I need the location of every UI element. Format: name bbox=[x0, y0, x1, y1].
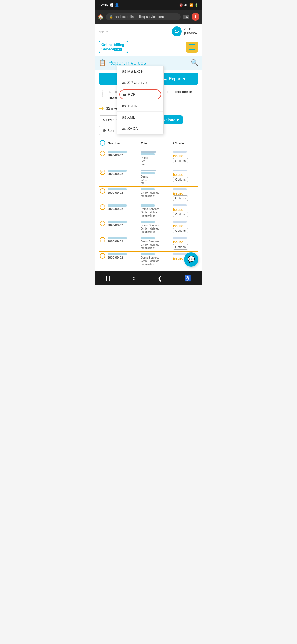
status-image-icon: 🖼 bbox=[109, 3, 113, 7]
row-select-radio[interactable] bbox=[100, 188, 105, 194]
status-person-icon: 👤 bbox=[115, 3, 119, 7]
dropdown-item-excel[interactable]: as MS Excel bbox=[117, 66, 163, 77]
options-button[interactable]: Options bbox=[173, 244, 188, 250]
invoice-state-cell: issuedOptions bbox=[172, 168, 198, 187]
app-by-text: app by bbox=[99, 30, 108, 33]
invoice-client-cell: Demo ServicesGmbH (deletedmeantwhile] bbox=[140, 219, 172, 235]
invoice-number-cell: 2020-09-02 bbox=[106, 252, 140, 268]
table-header-number: Number bbox=[106, 138, 140, 149]
browser-upload-button[interactable]: ⬆ bbox=[192, 13, 199, 21]
invoice-client-cell: DemoGm...me... bbox=[140, 168, 172, 187]
status-badge: issued bbox=[173, 256, 183, 260]
browser-home-button[interactable]: 🏠 bbox=[98, 14, 104, 20]
page-title: Report invoices bbox=[108, 60, 146, 66]
dropdown-item-saga[interactable]: as SAGA bbox=[117, 123, 163, 134]
table-row: 2020-09-02Demo ServicesGmbH (deletedmean… bbox=[99, 203, 198, 219]
status-signal-icon: 📶 bbox=[189, 3, 193, 7]
status-mute-icon: 🔇 bbox=[179, 3, 183, 7]
invoice-state-cell: issuedOptions bbox=[172, 187, 198, 203]
options-button[interactable]: Options bbox=[173, 228, 188, 233]
menu-line-2 bbox=[189, 47, 195, 47]
row-select-radio[interactable] bbox=[100, 253, 105, 259]
invoice-client-cell: Demo ServicesGmbH (deletedmeantwhile] bbox=[140, 252, 172, 268]
app-header: app by ⏻ John [sandbox] bbox=[95, 24, 202, 39]
status-badge: issued bbox=[173, 208, 183, 212]
browser-tab-count[interactable]: 66 bbox=[183, 15, 189, 19]
row-select-radio[interactable] bbox=[100, 237, 105, 242]
table-row: 2020-09-02DemoGm...me...issuedOptions bbox=[99, 149, 198, 168]
invoice-number-cell: 2020-09-02 bbox=[106, 235, 140, 252]
user-name: John [sandbox] bbox=[184, 27, 198, 36]
send-label: Send bbox=[107, 129, 116, 133]
lock-icon: 🔒 bbox=[109, 15, 113, 19]
chat-fab-button[interactable]: 💬 bbox=[184, 252, 198, 267]
dropdown-item-json[interactable]: as JSON bbox=[117, 100, 163, 112]
at-icon: @ bbox=[102, 129, 106, 133]
status-badge: issued bbox=[173, 154, 183, 158]
download-chevron-icon: ▾ bbox=[177, 118, 179, 122]
browser-url-text: andbox.online-billing-service.com bbox=[115, 15, 164, 19]
user-info: ⏻ John [sandbox] bbox=[172, 26, 198, 36]
site-logo: Online-billing- Service.com bbox=[99, 41, 128, 53]
row-select-radio[interactable] bbox=[100, 170, 105, 175]
table-header-client: Clie... bbox=[140, 138, 172, 149]
row-select-radio[interactable] bbox=[100, 151, 105, 156]
dropdown-item-zip[interactable]: as ZIP archive bbox=[117, 77, 163, 88]
search-button[interactable]: 🔍 bbox=[191, 59, 198, 66]
table-header-state: t State bbox=[172, 138, 198, 149]
browser-url-box[interactable]: 🔒 andbox.online-billing-service.com bbox=[106, 13, 181, 20]
nav-accessibility-button[interactable]: ♿ bbox=[184, 275, 191, 282]
table-row: 2020-09-02Demo ServicesGmbH (deletedmean… bbox=[99, 252, 198, 268]
invoice-state-cell: issuedOptions bbox=[172, 219, 198, 235]
dropdown-item-pdf[interactable]: as PDF bbox=[119, 89, 161, 99]
dropdown-item-xml[interactable]: as XML bbox=[117, 112, 163, 123]
export-label: Export bbox=[169, 77, 182, 81]
options-button[interactable]: Options bbox=[173, 177, 188, 182]
menu-line-3 bbox=[189, 49, 195, 50]
table-row: 2020-09-02Demo ServicesGmbH (deletedmean… bbox=[99, 219, 198, 235]
user-avatar: ⏻ bbox=[172, 26, 182, 36]
invoice-client-cell: Demo ServicesGmbH (deletedmeantwhile] bbox=[140, 203, 172, 219]
nav-home-button[interactable]: ○ bbox=[132, 275, 136, 282]
nav-menu-button[interactable]: ||| bbox=[106, 275, 110, 282]
invoice-number-cell: 2020-09-02 bbox=[106, 168, 140, 187]
options-button[interactable]: Options bbox=[173, 195, 188, 201]
browser-bar: 🏠 🔒 andbox.online-billing-service.com 66… bbox=[95, 10, 202, 24]
row-select-radio[interactable] bbox=[100, 204, 105, 210]
options-button[interactable]: Options bbox=[173, 212, 188, 217]
report-icon: 📋 bbox=[99, 59, 106, 66]
hamburger-menu-button[interactable] bbox=[186, 42, 198, 53]
info-icon: ❕ bbox=[99, 90, 106, 97]
invoice-number-cell: 2020-09-02 bbox=[106, 203, 140, 219]
status-badge: issued bbox=[173, 192, 183, 195]
options-button[interactable]: Options bbox=[173, 158, 188, 163]
invoice-client-cell: Demo ServicesGmbH (deletedmeantwhile] bbox=[140, 235, 172, 252]
status-time: 12:06 bbox=[99, 3, 108, 7]
invoice-state-cell: issuedOptions bbox=[172, 203, 198, 219]
menu-line-1 bbox=[189, 44, 195, 45]
status-badge: issued bbox=[173, 173, 183, 177]
delete-label: ✕ Delete bbox=[102, 118, 117, 122]
invoice-number-cell: 2020-09-02 bbox=[106, 219, 140, 235]
nav-back-button[interactable]: ❮ bbox=[158, 275, 162, 282]
table-row: 2020-09-02GmbH (deletedmeantwhile]issued… bbox=[99, 187, 198, 203]
invoice-number-cell: 2020-09-02 bbox=[106, 187, 140, 203]
download-dropdown: as MS Excel as ZIP archive as PDF as JSO… bbox=[117, 66, 164, 134]
status-network-label: 4G bbox=[184, 3, 188, 7]
table-row: 2020-09-02DemoGm...me...issuedOptions bbox=[99, 168, 198, 187]
invoice-state-cell: issuedOptions bbox=[172, 149, 198, 168]
row-select-radio[interactable] bbox=[100, 221, 105, 226]
bottom-navigation: ||| ○ ❮ ♿ bbox=[95, 271, 202, 285]
status-bar: 12:06 🖼 👤 🔇 4G 📶 🔋 bbox=[95, 0, 202, 10]
status-badge: issued bbox=[173, 224, 183, 228]
status-badge: issued bbox=[173, 240, 183, 244]
invoice-state-cell: issuedOptions bbox=[172, 235, 198, 252]
table-row: 2020-09-02Demo ServicesGmbH (deletedmean… bbox=[99, 235, 198, 252]
invoice-client-cell: DemoGm...me... bbox=[140, 149, 172, 168]
invoice-client-cell: GmbH (deletedmeantwhile] bbox=[140, 187, 172, 203]
export-chevron-icon: ▾ bbox=[183, 76, 185, 81]
chat-icon: 💬 bbox=[188, 256, 195, 263]
table-header-select bbox=[99, 138, 106, 149]
invoice-number-cell: 2020-09-02 bbox=[106, 149, 140, 168]
logo-menu-row: Online-billing- Service.com bbox=[95, 39, 202, 56]
